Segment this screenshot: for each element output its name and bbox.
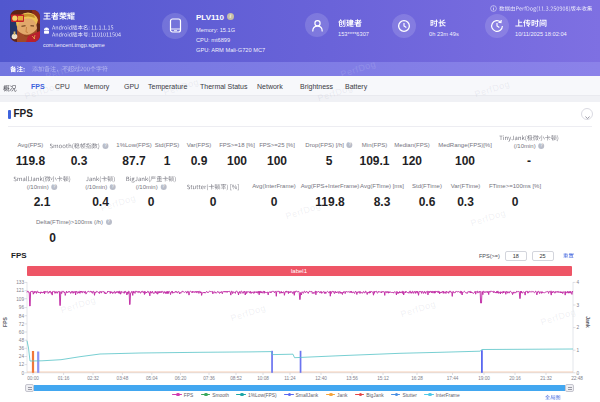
svg-text:133: 133 [16,280,24,285]
svg-text:12: 12 [19,362,25,367]
svg-text:121: 121 [16,288,24,293]
svg-text:01:16: 01:16 [58,376,70,381]
svg-text:22:48: 22:48 [571,376,583,381]
svg-text:Jank: Jank [585,316,591,328]
svg-text:72: 72 [19,322,25,327]
svg-text:11:24: 11:24 [284,376,296,381]
svg-text:16:28: 16:28 [411,376,423,381]
svg-text:03:48: 03:48 [117,376,129,381]
svg-text:15:12: 15:12 [377,376,389,381]
svg-text:06:20: 06:20 [175,376,187,381]
svg-text:84: 84 [19,314,25,319]
svg-text:36: 36 [19,346,25,351]
svg-text:96: 96 [19,305,25,310]
svg-text:13:56: 13:56 [346,376,358,381]
svg-text:60: 60 [19,330,25,335]
svg-text:19:00: 19:00 [478,376,490,381]
svg-text:21:32: 21:32 [540,376,552,381]
svg-text:05:04: 05:04 [146,376,158,381]
svg-text:00:00: 00:00 [27,376,39,381]
svg-text:FPS: FPS [2,316,8,326]
svg-text:1: 1 [577,348,580,353]
svg-text:3: 3 [577,303,580,308]
svg-text:17:44: 17:44 [447,376,459,381]
svg-text:2: 2 [577,325,580,330]
svg-text:48: 48 [19,338,25,343]
svg-text:07:36: 07:36 [203,376,215,381]
svg-text:08:52: 08:52 [230,376,242,381]
svg-text:20:16: 20:16 [509,376,521,381]
svg-text:02:32: 02:32 [87,376,99,381]
svg-text:24: 24 [19,354,25,359]
svg-text:4: 4 [577,280,580,285]
svg-text:109: 109 [16,297,24,302]
svg-text:10:08: 10:08 [257,376,269,381]
svg-text:12:40: 12:40 [315,376,327,381]
svg-text:0: 0 [21,371,24,376]
